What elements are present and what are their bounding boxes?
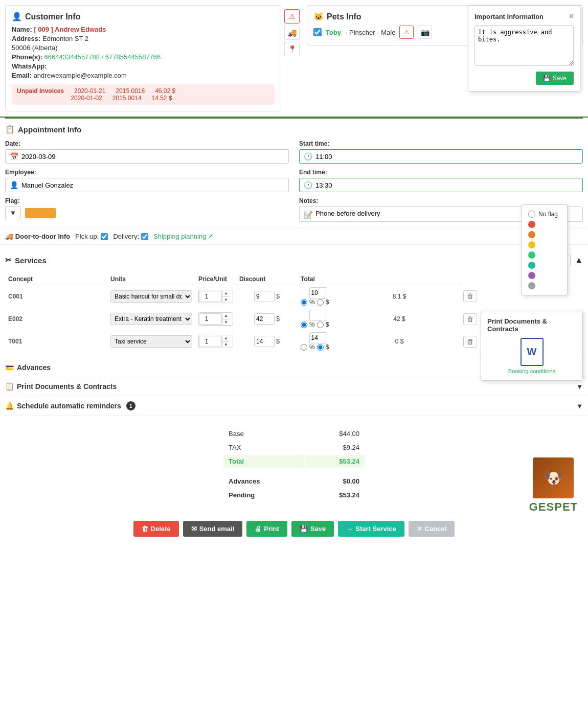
services-chevron[interactable]: ▲: [575, 256, 583, 265]
employee-input[interactable]: Manuel Gonzalez: [21, 181, 284, 189]
discount-dollar-radio-1[interactable]: [317, 322, 324, 328]
important-info-save-button[interactable]: 💾Save: [536, 72, 574, 85]
start-time-input[interactable]: 11:00: [315, 153, 578, 160]
discount-pct-radio-1[interactable]: [301, 322, 307, 328]
total-dollar-2: $: [400, 338, 404, 345]
service-concept-1[interactable]: Extra - Keratin treatment: [110, 313, 192, 325]
discount-pct-radio-0[interactable]: [301, 299, 307, 306]
flag-option-purple[interactable]: [528, 270, 561, 281]
discount-pct-radio-2[interactable]: [301, 344, 307, 351]
customer-city: 50006 (Alberta): [12, 44, 58, 52]
flag-dropdown[interactable]: ▼: [5, 207, 21, 219]
pet-camera-button[interactable]: 📷: [418, 26, 432, 39]
services-title: Services: [15, 256, 47, 265]
print-docs-chevron[interactable]: ▼: [576, 383, 583, 391]
units-input-1[interactable]: [199, 313, 222, 325]
important-info-close[interactable]: ×: [569, 12, 574, 21]
gespet-box-image: 🐶: [533, 457, 574, 498]
units-down-0[interactable]: ▼: [222, 297, 230, 303]
flag-option-green[interactable]: [528, 250, 561, 260]
unpaid-date-1: 2020-01-21: [74, 87, 105, 95]
discount-dollar-radio-2[interactable]: [317, 344, 324, 351]
important-info-popup: Important Information × It is aggressive…: [468, 5, 580, 91]
customer-truck-button[interactable]: 🚚: [284, 26, 300, 40]
units-arrows-1[interactable]: ▲ ▼: [222, 313, 230, 325]
customer-address: Edmonton ST 2: [42, 35, 88, 42]
print-button[interactable]: 🖨 Print: [246, 521, 287, 537]
units-spinner-1[interactable]: ▲ ▼: [198, 312, 233, 326]
word-icon: W: [521, 338, 544, 366]
service-code-1: E002: [5, 308, 107, 330]
booking-conditions-doc[interactable]: W Booking conditions: [487, 338, 576, 374]
flag-option-gray[interactable]: [528, 281, 561, 291]
discount-input-2[interactable]: [309, 332, 327, 343]
reminders-badge: 1: [126, 401, 135, 410]
flag-option-yellow[interactable]: [528, 240, 561, 250]
units-spinner-2[interactable]: ▲ ▼: [198, 335, 233, 348]
delete-service-1[interactable]: 🗑: [463, 313, 477, 325]
units-input-2[interactable]: [199, 336, 222, 347]
units-up-2[interactable]: ▲: [222, 335, 230, 342]
flag-option-red[interactable]: [528, 219, 561, 230]
start-time-label: Start time:: [299, 140, 583, 147]
customer-name: [ 009 ] Andrew Edwads: [34, 26, 106, 33]
price-input-1[interactable]: [254, 313, 275, 325]
cancel-button[interactable]: ✕ Cancel: [409, 521, 455, 537]
delete-service-2[interactable]: 🗑: [463, 336, 477, 348]
units-up-0[interactable]: ▲: [222, 290, 230, 297]
employee-label: Employee:: [5, 169, 289, 176]
discount-dollar-radio-0[interactable]: [317, 299, 324, 306]
user-icon: 👤: [10, 181, 18, 189]
save-button[interactable]: 💾 Save: [291, 521, 334, 537]
th-concept: Concept: [5, 273, 107, 285]
units-up-1[interactable]: ▲: [222, 313, 230, 319]
send-email-button[interactable]: ✉ Send email: [183, 521, 243, 537]
price-input-0[interactable]: [254, 291, 275, 302]
units-down-1[interactable]: ▼: [222, 319, 230, 326]
start-service-button[interactable]: → Start Service: [338, 521, 404, 537]
unpaid-amount-1: 46.02 $: [155, 87, 175, 95]
flag-option-none[interactable]: No flag: [528, 209, 561, 219]
units-arrows-0[interactable]: ▲ ▼: [222, 290, 230, 303]
pet-alert-button[interactable]: ⚠: [399, 26, 414, 39]
customer-alert-button[interactable]: ⚠: [284, 9, 300, 24]
name-label: Name:: [12, 26, 32, 33]
units-arrows-2[interactable]: ▲ ▼: [222, 335, 230, 348]
delete-button[interactable]: 🗑 Delete: [133, 521, 179, 537]
reminders-chevron[interactable]: ▼: [576, 402, 583, 410]
discount-input-0[interactable]: [309, 287, 327, 299]
pickup-checkbox[interactable]: [101, 233, 108, 240]
flag-option-teal[interactable]: [528, 260, 561, 270]
important-info-textarea[interactable]: It is aggressive and bites.: [474, 25, 574, 66]
units-down-2[interactable]: ▼: [222, 342, 230, 348]
reminders-header[interactable]: 🔔 Schedule automatic reminders 1 ▼: [0, 396, 588, 416]
discount-input-1[interactable]: [309, 310, 327, 321]
pet-checkbox[interactable]: [313, 28, 322, 36]
shipping-planning-link[interactable]: Shipping planning ↗: [153, 233, 213, 240]
end-time-input[interactable]: 13:30: [315, 181, 578, 189]
customer-phones: 6664433445577​88 / 677855445587766: [44, 53, 161, 61]
advances-total-label: Advances: [223, 475, 304, 488]
date-input[interactable]: 2020-03-09: [21, 153, 284, 160]
customer-pin-button[interactable]: 📍: [284, 42, 300, 56]
price-input-2[interactable]: [254, 336, 275, 347]
service-concept-0[interactable]: Basic haircut for small dog: [110, 290, 192, 303]
gespet-brand-name: GESPET: [529, 500, 578, 514]
flag-popup: No flag: [522, 204, 568, 295]
price-dollar-2: $: [276, 338, 280, 345]
price-dollar-0: $: [276, 293, 280, 300]
notes-label: Notes:: [299, 197, 583, 204]
unpaid-date-2: 2020-01-02: [71, 95, 102, 102]
service-concept-2[interactable]: Taxi service: [110, 335, 192, 348]
gespet-logo: 🐶 GESPET: [529, 457, 578, 514]
units-spinner-0[interactable]: ▲ ▼: [198, 290, 233, 303]
printer-icon: 🖨: [255, 525, 261, 533]
clock-icon-start: 🕐: [304, 152, 312, 160]
delivery-checkbox[interactable]: [141, 233, 148, 240]
flag-option-orange[interactable]: [528, 230, 561, 240]
discount-radio-group-2: % $: [301, 343, 335, 351]
total-dollar-1: $: [402, 315, 405, 323]
delete-service-0[interactable]: 🗑: [463, 290, 477, 302]
email-label: Email:: [12, 72, 32, 79]
units-input-0[interactable]: [199, 291, 222, 302]
